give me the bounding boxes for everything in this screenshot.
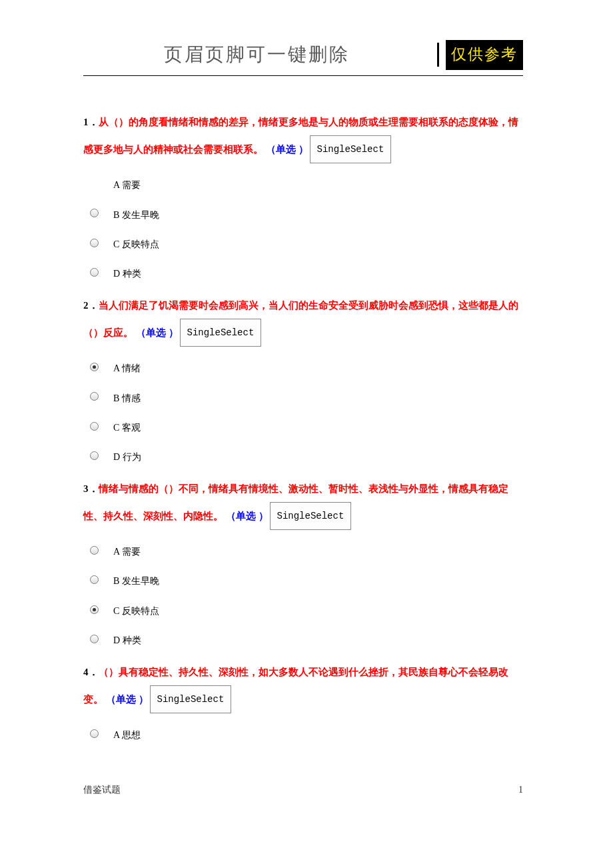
option-label: C 客观 (113, 417, 141, 435)
questions-container: 1．从（）的角度看情绪和情感的差异，情绪更多地是与人的物质或生理需要相联系的态度… (83, 109, 523, 743)
radio-button[interactable] (90, 605, 99, 614)
question-type: （单选 ） (266, 144, 308, 155)
header-divider (437, 43, 439, 67)
option-label: A 需要 (113, 541, 141, 559)
header-badge: 仅供参考 (446, 40, 523, 70)
question-block: 4．（）具有稳定性、持久性、深刻性，如大多数人不论遇到什么挫折，其民族自尊心不会… (83, 659, 523, 743)
option-row[interactable]: D 种类 (90, 263, 523, 281)
option-label: A 思想 (113, 724, 141, 743)
single-select-tag: SingleSelect (270, 502, 352, 530)
question-number: 1． (83, 117, 99, 127)
radio-button[interactable] (90, 546, 99, 555)
footer-left: 借鉴试题 (83, 783, 121, 797)
option-row[interactable]: D 种类 (90, 629, 523, 648)
options-list: A 思想 (83, 724, 523, 743)
option-label: B 发生早晚 (113, 204, 159, 223)
option-label: B 发生早晚 (113, 570, 159, 589)
option-row[interactable]: A 思想 (90, 724, 523, 743)
option-row[interactable]: C 反映特点 (90, 600, 523, 619)
option-row[interactable]: C 客观 (90, 417, 523, 435)
single-select-tag: SingleSelect (150, 685, 232, 713)
option-row[interactable]: C 反映特点 (90, 233, 523, 252)
question-block: 3．情绪与情感的（）不同，情绪具有情境性、激动性、暂时性、表浅性与外显性，情感具… (83, 476, 523, 649)
option-label: D 行为 (113, 446, 141, 465)
radio-button[interactable] (90, 209, 99, 217)
option-row[interactable]: A 需要 (90, 174, 523, 193)
option-label: B 情感 (113, 387, 141, 406)
option-row[interactable]: D 行为 (90, 446, 523, 465)
radio-button[interactable] (90, 422, 99, 431)
option-label: A 需要 (113, 174, 141, 193)
question-number: 4． (83, 667, 99, 677)
question-text: 3．情绪与情感的（）不同，情绪具有情境性、激动性、暂时性、表浅性与外显性，情感具… (83, 476, 523, 530)
option-label: C 反映特点 (113, 600, 159, 619)
radio-button[interactable] (90, 729, 99, 738)
question-text: 1．从（）的角度看情绪和情感的差异，情绪更多地是与人的物质或生理需要相联系的态度… (83, 109, 523, 163)
question-type: （单选 ） (106, 694, 149, 705)
single-select-tag: SingleSelect (310, 135, 392, 163)
radio-button[interactable] (90, 363, 99, 371)
options-list: A 需要B 发生早晚C 反映特点D 种类 (83, 174, 523, 282)
page-header: 页眉页脚可一键删除 仅供参考 (83, 40, 523, 76)
radio-button[interactable] (90, 392, 99, 401)
single-select-tag: SingleSelect (180, 319, 262, 347)
radio-button[interactable] (90, 575, 99, 584)
option-row[interactable]: B 发生早晚 (90, 570, 523, 589)
option-label: D 种类 (113, 263, 141, 281)
question-type: （单选 ） (136, 327, 179, 338)
radio-button[interactable] (90, 451, 99, 460)
option-row[interactable]: A 需要 (90, 541, 523, 559)
radio-button[interactable] (90, 635, 99, 643)
options-list: A 需要B 发生早晚C 反映特点D 种类 (83, 541, 523, 649)
page-footer: 借鉴试题 1 (83, 783, 523, 797)
radio-button[interactable] (90, 239, 99, 247)
footer-page-number: 1 (518, 783, 523, 797)
header-title: 页眉页脚可一键删除 (83, 40, 430, 70)
option-row[interactable]: A 情绪 (90, 357, 523, 376)
radio-button[interactable] (90, 268, 99, 277)
options-list: A 情绪B 情感C 客观D 行为 (83, 357, 523, 465)
option-label: C 反映特点 (113, 233, 159, 252)
question-type: （单选 ） (226, 511, 269, 521)
option-label: A 情绪 (113, 357, 141, 376)
option-row[interactable]: B 情感 (90, 387, 523, 406)
option-label: D 种类 (113, 629, 141, 648)
question-number: 2． (83, 300, 99, 311)
question-block: 2．当人们满足了饥渴需要时会感到高兴，当人们的生命安全受到威胁时会感到恐惧，这些… (83, 293, 523, 465)
question-number: 3． (83, 483, 99, 494)
question-text: 2．当人们满足了饥渴需要时会感到高兴，当人们的生命安全受到威胁时会感到恐惧，这些… (83, 293, 523, 347)
option-row[interactable]: B 发生早晚 (90, 204, 523, 223)
question-block: 1．从（）的角度看情绪和情感的差异，情绪更多地是与人的物质或生理需要相联系的态度… (83, 109, 523, 282)
question-text: 4．（）具有稳定性、持久性、深刻性，如大多数人不论遇到什么挫折，其民族自尊心不会… (83, 659, 523, 713)
